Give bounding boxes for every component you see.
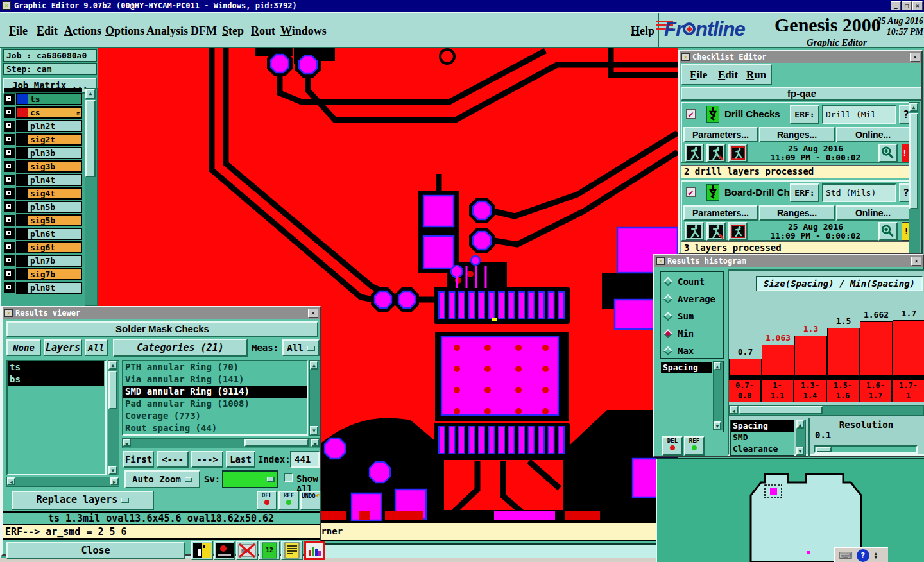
layer-row-pln2t[interactable]: pln2t	[4, 120, 82, 132]
run-partial-icon[interactable]	[706, 144, 726, 162]
layer-list-scrollbar[interactable]: ▲	[85, 88, 98, 306]
histogram-list-scrollbar[interactable]: ▲ ▼	[713, 361, 723, 430]
layer-name[interactable]: pln3b	[28, 148, 81, 158]
scroll-up-icon[interactable]: ▲	[909, 103, 918, 112]
close-button[interactable]: ✕	[912, 1, 923, 10]
layer-row-sig5b[interactable]: sig5b	[4, 214, 82, 226]
auto-zoom-dropdown[interactable]: Auto Zoom	[124, 470, 200, 488]
measure-radio-average[interactable]: Average	[661, 289, 723, 307]
ranges-button[interactable]: Ranges...	[759, 127, 835, 142]
menu-file[interactable]: File	[9, 24, 28, 38]
layer-row-pln8t[interactable]: pln8t	[4, 282, 82, 294]
scrollbar-thumb[interactable]	[244, 439, 309, 447]
undo-button[interactable]: UNDO↶	[300, 491, 321, 510]
main-title-bar[interactable]: Graphic Editor 9.07b2 (00@HY-HYCAM-PC011…	[0, 0, 924, 12]
layer-row-pln7b[interactable]: pln7b	[4, 255, 82, 267]
run-stop-icon[interactable]	[728, 222, 748, 241]
board-preview-panel[interactable]: ⌨ ? ▲▼	[656, 458, 924, 562]
measure-radio-sum[interactable]: Sum	[661, 307, 723, 324]
layer-row-pln4t[interactable]: pln4t	[4, 174, 82, 186]
menu-actions[interactable]: Actions	[64, 24, 101, 38]
last-button[interactable]: Last	[226, 451, 255, 468]
replace-layers-dropdown[interactable]: Replace layers	[12, 491, 154, 510]
layer-visibility-checkbox[interactable]	[4, 282, 15, 293]
layer-visibility-checkbox[interactable]	[4, 134, 15, 145]
run-full-icon[interactable]	[685, 144, 704, 162]
histogram-category-smd[interactable]: SMD	[731, 432, 794, 443]
histogram-bar[interactable]	[729, 359, 762, 376]
meas-dropdown[interactable]: All	[282, 339, 320, 356]
checklist-title-bar[interactable]: ✕ Checklist Editor ✕	[680, 51, 921, 63]
layer-row-pln3b[interactable]: pln3b	[4, 147, 82, 159]
layer-color-swatch[interactable]	[17, 229, 28, 239]
category-scrollbar[interactable]: ▲ ▼	[309, 360, 320, 436]
index-input[interactable]: 441	[290, 451, 320, 468]
layer-row-ts[interactable]: ts	[4, 93, 82, 105]
help-icon[interactable]: ?	[857, 549, 869, 562]
first-button[interactable]: First	[123, 451, 154, 468]
viewer-close-button[interactable]: Close	[6, 542, 185, 559]
viewer-title-bar[interactable]: ✕ Results viewer ✕	[3, 307, 320, 319]
layer-visibility-checkbox[interactable]	[4, 175, 15, 185]
run-full-icon[interactable]	[685, 222, 704, 241]
maximize-button[interactable]: □	[902, 1, 912, 10]
parameters-button[interactable]: Parameters...	[683, 127, 758, 142]
histogram-icon[interactable]	[304, 541, 325, 560]
measure-radio-count[interactable]: Count	[661, 272, 723, 289]
scroll-down-icon[interactable]: ▼	[796, 447, 804, 455]
numeric-list-icon[interactable]: 12	[259, 541, 280, 560]
erf-button[interactable]: ERF:	[790, 183, 819, 202]
layer-name[interactable]: ts	[28, 94, 81, 104]
viewer-close-icon[interactable]: ✕	[308, 309, 318, 318]
layer-color-swatch[interactable]	[17, 148, 28, 158]
spinner-icon[interactable]: ▲▼	[875, 552, 877, 559]
measure-radio-max[interactable]: Max	[661, 341, 723, 359]
histogram-close-icon[interactable]: ✕	[911, 257, 921, 266]
layer-color-swatch[interactable]	[17, 256, 28, 266]
run-stop-icon[interactable]	[728, 144, 748, 162]
layer-visibility-checkbox[interactable]	[4, 215, 15, 226]
scroll-down-icon[interactable]: ▼	[714, 422, 721, 430]
menu-rout[interactable]: Rout	[251, 24, 275, 38]
layer-color-swatch[interactable]	[17, 175, 28, 185]
layer-color-swatch[interactable]	[17, 135, 28, 144]
viewer-layer-hscrollbar[interactable]: ◀ ▶	[6, 477, 119, 487]
scroll-down-icon[interactable]: ▼	[108, 466, 117, 475]
layer-row-sig2t[interactable]: sig2t	[4, 133, 82, 146]
ranges-button[interactable]: Ranges...	[759, 205, 835, 221]
layer-visibility-checkbox[interactable]	[4, 188, 15, 199]
menu-edit[interactable]: Edit	[37, 24, 58, 38]
erf-value-input[interactable]: Drill (Mil	[822, 105, 896, 124]
scroll-up-icon[interactable]: ▲	[796, 420, 804, 429]
check-enabled-checkbox[interactable]: ✔	[686, 109, 696, 119]
layer-color-swatch[interactable]	[17, 216, 28, 225]
layer-color-swatch[interactable]	[17, 189, 28, 198]
layer-name[interactable]: pln6t	[28, 229, 81, 239]
scroll-up-icon[interactable]: ▲	[108, 361, 117, 370]
all-button[interactable]: All	[85, 339, 108, 356]
scroll-up-icon[interactable]: ▲	[714, 362, 721, 370]
checklist-close-icon[interactable]: ✕	[910, 53, 920, 62]
menu-step[interactable]: Step	[222, 24, 244, 38]
category-item[interactable]: PTH annular Ring (70)	[123, 361, 307, 373]
ref-button[interactable]: REF	[278, 491, 299, 510]
menu-options[interactable]: Options	[105, 24, 144, 38]
none-button[interactable]: None	[6, 339, 41, 356]
histogram-title-bar[interactable]: ✕ Results histogram ✕	[654, 255, 923, 267]
categories-header-button[interactable]: Categories (21)	[113, 339, 248, 357]
slider-thumb[interactable]	[816, 447, 832, 452]
layer-name[interactable]: sig3b	[28, 162, 81, 171]
layer-visibility-checkbox[interactable]	[4, 94, 15, 105]
histogram-del-button[interactable]: DEL	[662, 436, 683, 456]
scroll-right-icon[interactable]: ▶	[110, 477, 119, 485]
layer-visibility-checkbox[interactable]	[4, 201, 15, 212]
viewer-layer-bs[interactable]: bs	[8, 373, 104, 386]
contrast-view-icon[interactable]	[191, 541, 213, 560]
menu-analysis[interactable]: Analysis	[146, 24, 188, 38]
scrollbar-thumb[interactable]	[85, 100, 96, 177]
category-hscrollbar[interactable]: ◀ ▶	[122, 438, 320, 448]
chart-h-scrollbar[interactable]: ◀	[729, 405, 924, 416]
show-all-checkbox[interactable]	[284, 473, 293, 482]
histogram-layer-item[interactable]: Spacing	[661, 362, 712, 373]
scroll-left-icon[interactable]: ◀	[123, 439, 131, 447]
